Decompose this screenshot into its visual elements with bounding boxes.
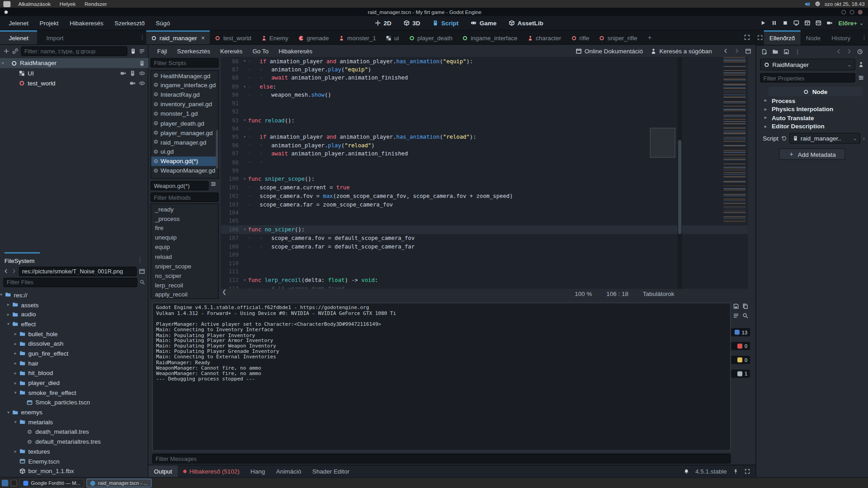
os-menu-icon[interactable] [3, 1, 10, 7]
code-line-110[interactable]: 110 [221, 259, 748, 267]
code-line-109[interactable]: 109 [221, 251, 748, 259]
load-resource-icon[interactable] [772, 48, 778, 54]
script-item-player_death.gd[interactable]: ⚙player_death.gd [151, 118, 218, 128]
indent-mode[interactable]: Tabulátorok [643, 291, 675, 297]
language-icon[interactable] [815, 1, 820, 6]
method-_process[interactable]: _process [151, 214, 218, 223]
movie-button[interactable] [826, 20, 832, 26]
scene-tab-player_death[interactable]: player_death [404, 30, 458, 44]
notification-bell-icon[interactable] [684, 469, 689, 474]
instance-scene-button[interactable] [12, 48, 18, 54]
method-lerp_recoil[interactable]: lerp_recoil [151, 280, 218, 290]
scene-tab-monster_1[interactable]: monster_1 [334, 30, 381, 44]
back-icon[interactable] [3, 268, 9, 274]
volume-icon[interactable] [804, 1, 810, 7]
code-line-91[interactable]: 91 [221, 99, 748, 108]
fs-item-death_metariall.tres[interactable]: death_metariall.tres [0, 427, 148, 437]
revert-icon[interactable] [781, 136, 787, 141]
code-minimap[interactable] [723, 57, 745, 223]
history-back-icon[interactable] [836, 49, 841, 54]
os-menu-alkalmazások[interactable]: Alkalmazások [18, 1, 51, 7]
code-line-86[interactable]: 86▾»if animation_player and animation_pl… [221, 57, 748, 66]
add-metadata-button[interactable]: ＋ Add Metadata [779, 148, 845, 160]
scene-tab-grenade[interactable]: grenade [293, 30, 334, 44]
code-line-88[interactable]: 88»»await animation_player.animation_fin… [221, 74, 748, 82]
code-line-105[interactable]: 105 [221, 217, 748, 225]
chevron-right-icon[interactable]: › [863, 136, 865, 141]
badge-warnings[interactable]: 0 [731, 355, 750, 365]
menu-jelenet[interactable]: Jelenet [3, 18, 34, 28]
fs-item-res://[interactable]: ▾res:// [0, 290, 148, 300]
filter-messages-input[interactable] [152, 454, 731, 464]
menu-súgó[interactable]: Súgó [150, 18, 175, 28]
split-mode-icon[interactable] [139, 268, 145, 274]
filesystem-path-input[interactable] [19, 267, 137, 276]
tabs-overflow-icon[interactable]: ⋮ [138, 30, 146, 44]
fs-item-bor_mon_1.1.fbx[interactable]: bor_mon_1.1.fbx [0, 466, 148, 476]
os-clock[interactable]: szo okt 25, 18.43 [825, 1, 865, 7]
scripts-scrollbar[interactable] [216, 130, 218, 169]
badge-messages[interactable]: 13 [731, 328, 750, 337]
filter-methods-input[interactable] [151, 192, 219, 202]
fs-item-default_metarialtres.tres[interactable]: default_metarialtres.tres [0, 437, 148, 447]
monitor-button[interactable] [793, 20, 799, 26]
attach-script-button[interactable] [130, 48, 136, 54]
scene-node-UI[interactable]: UI [0, 68, 148, 78]
fs-item-hit_blood[interactable]: ▸hit_blood [0, 368, 148, 378]
workspace-2d[interactable]: 2D [370, 19, 396, 28]
fs-item-enemys[interactable]: ▾enemys [0, 408, 148, 418]
expand-editor-icon[interactable] [744, 30, 756, 44]
code-line-103[interactable]: 103»scope_camera.far = zoom_scope_camera… [221, 200, 748, 209]
method-unequip[interactable]: unequip [151, 233, 218, 242]
script-menu-szerkesztés[interactable]: Szerkesztés [173, 47, 215, 54]
fs-item-Enemy.tscn[interactable]: Enemy.tscn [0, 456, 148, 466]
close-tab-icon[interactable]: ✕ [201, 35, 205, 41]
workspace-3d[interactable]: 3D [399, 19, 425, 28]
inspector-tab-node[interactable]: Node [800, 30, 826, 45]
open-docs-icon[interactable] [858, 61, 864, 67]
inspector-section-header[interactable]: Node [769, 87, 863, 96]
code-line-108[interactable]: 108»»scope_camera.far = default_scope_ca… [221, 242, 748, 251]
fs-item-audio[interactable]: ▸audio [0, 310, 148, 319]
scene-node-RaidManager[interactable]: ▾RaidManager [0, 58, 148, 68]
code-line-101[interactable]: 101»scope_camera.current = true [221, 183, 748, 192]
workspace-game[interactable]: Game [466, 19, 501, 28]
bottom-tab-output[interactable]: Output [148, 465, 178, 477]
script-item-raid_manager.gd[interactable]: ⚙raid_manager.gd [151, 137, 218, 147]
caret-position[interactable]: 106 : 18 [606, 291, 628, 297]
method-apply_recoil[interactable]: apply_recoil [151, 290, 218, 299]
script-back-icon[interactable] [723, 48, 728, 54]
menu-szerkesztő[interactable]: Szerkesztő [109, 18, 150, 28]
script-item-Weapon.gd[interactable]: ⚙Weapon.gd(*) [151, 156, 218, 166]
copy-icon[interactable] [742, 303, 748, 309]
fs-item-hair[interactable]: ▸hair [0, 358, 148, 368]
script-item-ui.gd[interactable]: ⚙ui.gd [151, 147, 218, 156]
filesystem-filter-input[interactable] [3, 277, 137, 287]
minimap-viewport[interactable] [650, 128, 675, 158]
os-menu-rendszer[interactable]: Rendszer [85, 1, 107, 7]
dock-tab-jelenet[interactable]: Jelenet [0, 30, 38, 44]
stop-button[interactable] [782, 20, 788, 26]
method-_ready[interactable]: _ready [151, 204, 218, 214]
inspector-category-process[interactable]: ▸Process [756, 96, 868, 105]
new-resource-icon[interactable] [761, 48, 767, 54]
dock-expand-icon[interactable] [756, 30, 764, 45]
scene-tab-Enemy[interactable]: Enemy [256, 30, 293, 44]
new-scene-tab-button[interactable]: ＋ [642, 30, 657, 44]
script-menu-keresés[interactable]: Keresés [216, 47, 247, 54]
scene-filter-input[interactable] [21, 46, 127, 56]
clap-custom-button[interactable] [816, 20, 821, 26]
inspector-menu-icon[interactable]: ⋮ [860, 30, 868, 45]
filter-scripts-input[interactable] [151, 58, 219, 68]
expand-panel-icon[interactable] [745, 469, 750, 474]
code-line-112[interactable]: 112▾func lerp_recoil(delta: float) -> vo… [221, 276, 748, 285]
show-desktop-icon[interactable] [2, 480, 9, 487]
code-scrollbar[interactable] [678, 57, 682, 289]
scene-dock-menu-icon[interactable] [139, 48, 145, 54]
fs-item-effect[interactable]: ▾effect [0, 319, 148, 329]
filter-properties-input[interactable] [760, 73, 855, 83]
engine-version[interactable]: 4.5.1.stable [695, 468, 727, 474]
bottom-tab-hang[interactable]: Hang [245, 465, 271, 477]
fs-item-dissolve_ash[interactable]: ▸dissolve_ash [0, 339, 148, 349]
fs-item-assets[interactable]: ▸assets [0, 300, 148, 310]
